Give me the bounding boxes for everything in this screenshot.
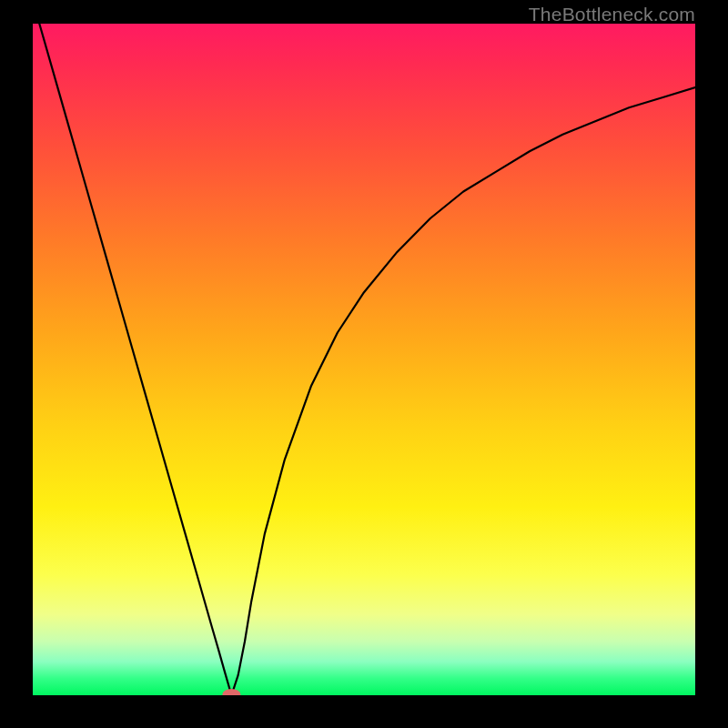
plot-area: [33, 24, 695, 695]
chart-frame: TheBottleneck.com: [0, 0, 728, 728]
attribution-text: TheBottleneck.com: [529, 4, 695, 25]
curve-line: [39, 24, 695, 695]
optimal-point-marker: [222, 689, 240, 695]
bottleneck-curve: [33, 24, 695, 695]
